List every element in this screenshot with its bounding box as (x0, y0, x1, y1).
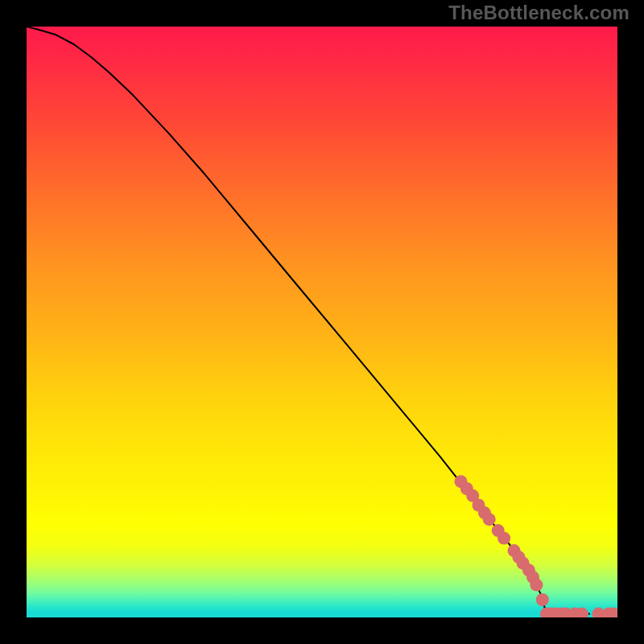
chart-svg (27, 27, 617, 617)
data-marker (497, 532, 510, 545)
plot-area (27, 27, 617, 617)
watermark-text: TheBottleneck.com (448, 2, 630, 24)
curve-line (27, 27, 547, 614)
chart-frame: TheBottleneck.com (0, 0, 644, 644)
markers-group (455, 475, 618, 617)
data-marker (530, 579, 543, 592)
data-marker (536, 593, 549, 606)
data-marker (483, 513, 496, 526)
